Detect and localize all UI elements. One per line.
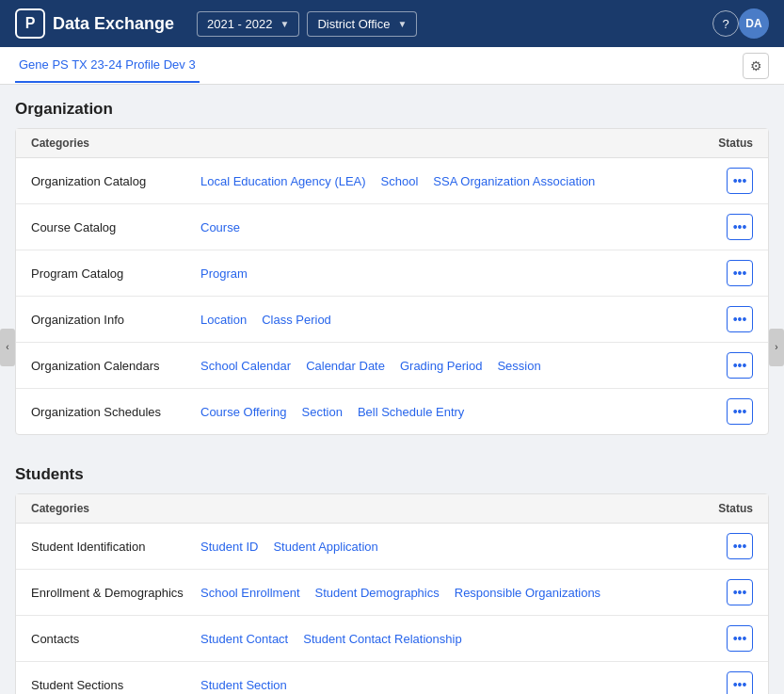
row-action: ••• xyxy=(715,260,753,286)
dots-menu-button[interactable]: ••• xyxy=(727,671,753,694)
row-links: Course xyxy=(200,220,715,234)
scroll-right-button[interactable]: › xyxy=(769,329,784,366)
row-action: ••• xyxy=(715,671,753,694)
org-label: District Office xyxy=(317,17,390,31)
table-row: Program Catalog Program ••• xyxy=(16,250,768,297)
header: P Data Exchange 2021 - 2022 ▼ District O… xyxy=(0,0,784,47)
link-student-contact[interactable]: Student Contact xyxy=(200,632,288,646)
link-session[interactable]: Session xyxy=(497,359,540,373)
link-calendar-date[interactable]: Calendar Date xyxy=(306,359,385,373)
help-button[interactable]: ? xyxy=(712,10,739,37)
org-dropdown-arrow: ▼ xyxy=(397,19,407,29)
link-lea[interactable]: Local Education Agency (LEA) xyxy=(200,174,366,188)
organization-table: Categories Status Organization Catalog L… xyxy=(15,128,769,435)
table-row: Enrollment & Demographics School Enrollm… xyxy=(16,570,768,616)
link-class-period[interactable]: Class Period xyxy=(262,313,331,327)
row-links: Program xyxy=(200,266,715,281)
row-action: ••• xyxy=(715,533,753,559)
row-name: Student Identification xyxy=(31,540,200,554)
row-name: Course Catalog xyxy=(31,220,200,234)
dots-menu-button[interactable]: ••• xyxy=(727,214,753,240)
table-row: Organization Info Location Class Period … xyxy=(16,297,768,343)
link-location[interactable]: Location xyxy=(200,313,247,327)
link-student-application[interactable]: Student Application xyxy=(273,540,377,554)
row-name: Organization Schedules xyxy=(31,405,200,419)
dots-menu-button[interactable]: ••• xyxy=(727,306,753,332)
organization-table-header: Categories Status xyxy=(16,129,768,158)
row-action: ••• xyxy=(715,168,753,194)
row-action: ••• xyxy=(715,214,753,240)
app-title: Data Exchange xyxy=(53,14,174,34)
row-name: Student Sections xyxy=(31,678,200,692)
header-controls: 2021 - 2022 ▼ District Office ▼ xyxy=(197,11,417,37)
row-links: Course Offering Section Bell Schedule En… xyxy=(200,405,715,419)
row-links: Student Contact Student Contact Relation… xyxy=(200,632,715,646)
row-action: ••• xyxy=(715,306,753,332)
row-links: School Enrollment Student Demographics R… xyxy=(200,586,715,600)
dots-menu-button[interactable]: ••• xyxy=(727,579,753,605)
link-course-offering[interactable]: Course Offering xyxy=(200,405,287,419)
settings-icon: ⚙ xyxy=(750,58,762,73)
link-bell-schedule[interactable]: Bell Schedule Entry xyxy=(358,405,464,419)
link-school[interactable]: School xyxy=(381,174,419,188)
link-student-contact-relationship[interactable]: Student Contact Relationship xyxy=(303,632,461,646)
tab-profile[interactable]: Gene PS TX 23-24 Profile Dev 3 xyxy=(15,48,200,83)
dots-menu-button[interactable]: ••• xyxy=(727,533,753,559)
row-name: Contacts xyxy=(31,632,200,646)
link-section[interactable]: Section xyxy=(302,405,343,419)
row-name: Organization Catalog xyxy=(31,174,200,188)
table-row: Organization Schedules Course Offering S… xyxy=(16,389,768,434)
link-school-calendar[interactable]: School Calendar xyxy=(200,359,291,373)
table-row: Organization Calendars School Calendar C… xyxy=(16,343,768,389)
row-name: Organization Info xyxy=(31,313,200,327)
organization-title: Organization xyxy=(15,100,769,119)
tabs-bar: Gene PS TX 23-24 Profile Dev 3 ⚙ xyxy=(0,47,784,85)
dots-menu-button[interactable]: ••• xyxy=(727,168,753,194)
link-program[interactable]: Program xyxy=(200,266,248,281)
link-student-id[interactable]: Student ID xyxy=(200,540,258,554)
table-row: Course Catalog Course ••• xyxy=(16,204,768,250)
link-course[interactable]: Course xyxy=(200,220,240,234)
students-table: Categories Status Student Identification… xyxy=(15,493,769,694)
row-links: Location Class Period xyxy=(200,313,715,327)
dots-menu-button[interactable]: ••• xyxy=(727,625,753,652)
org-dropdown[interactable]: District Office ▼ xyxy=(307,11,417,37)
logo: P Data Exchange xyxy=(15,8,174,39)
settings-button[interactable]: ⚙ xyxy=(743,53,769,79)
user-avatar[interactable]: DA xyxy=(739,8,769,39)
row-links: Local Education Agency (LEA) School SSA … xyxy=(200,174,715,188)
students-col-status: Status xyxy=(678,502,753,515)
link-ssa[interactable]: SSA Organization Association xyxy=(433,174,595,188)
dots-menu-button[interactable]: ••• xyxy=(727,260,753,286)
row-name: Enrollment & Demographics xyxy=(31,586,200,600)
link-grading-period[interactable]: Grading Period xyxy=(400,359,482,373)
year-dropdown[interactable]: 2021 - 2022 ▼ xyxy=(197,11,299,37)
table-row: Student Sections Student Section ••• xyxy=(16,662,768,694)
students-title: Students xyxy=(15,465,769,484)
dots-menu-button[interactable]: ••• xyxy=(727,352,753,379)
table-row: Student Identification Student ID Studen… xyxy=(16,524,768,570)
year-dropdown-arrow: ▼ xyxy=(280,19,289,29)
link-student-demographics[interactable]: Student Demographics xyxy=(315,586,440,600)
org-col-status: Status xyxy=(678,137,753,150)
row-links: School Calendar Calendar Date Grading Pe… xyxy=(200,359,715,373)
dots-menu-button[interactable]: ••• xyxy=(727,398,753,425)
organization-section: Organization Categories Status Organizat… xyxy=(0,85,784,435)
row-action: ••• xyxy=(715,352,753,379)
link-school-enrollment[interactable]: School Enrollment xyxy=(200,586,300,600)
row-action: ••• xyxy=(715,579,753,605)
link-responsible-orgs[interactable]: Responsible Organizations xyxy=(455,586,600,600)
row-links: Student ID Student Application xyxy=(200,540,715,554)
year-label: 2021 - 2022 xyxy=(207,17,272,31)
link-student-section[interactable]: Student Section xyxy=(200,678,287,692)
logo-icon: P xyxy=(15,8,45,39)
students-section: Students Categories Status Student Ident… xyxy=(0,450,784,694)
students-table-header: Categories Status xyxy=(16,494,768,524)
table-row: Organization Catalog Local Education Age… xyxy=(16,158,768,204)
row-name: Program Catalog xyxy=(31,266,200,281)
row-action: ••• xyxy=(715,625,753,652)
org-col-categories: Categories xyxy=(31,137,678,150)
scroll-left-button[interactable]: ‹ xyxy=(0,329,15,366)
help-icon: ? xyxy=(722,17,728,31)
table-row: Contacts Student Contact Student Contact… xyxy=(16,616,768,662)
